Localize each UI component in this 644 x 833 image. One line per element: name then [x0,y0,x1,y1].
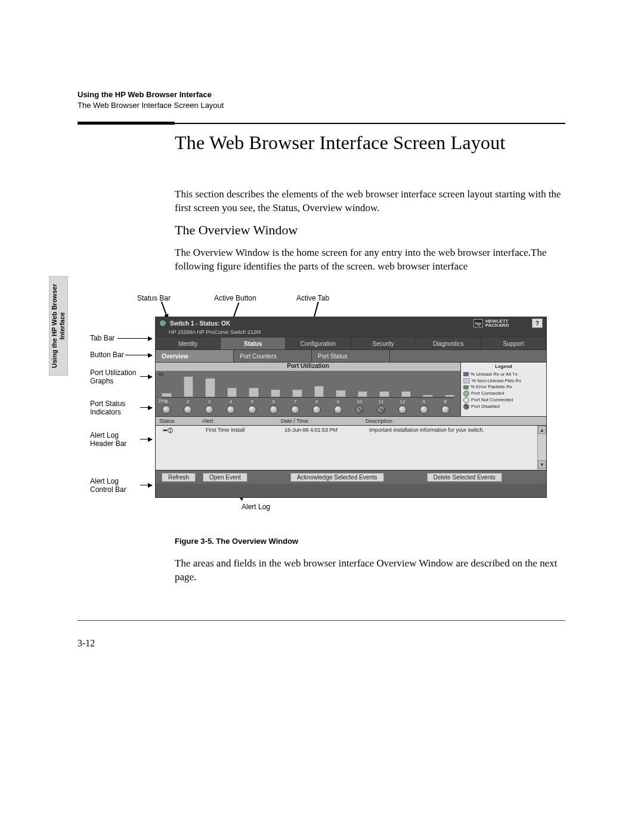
callout-button-bar: Button Bar [90,351,124,359]
port-indicator-A: A [419,399,429,414]
port-indicator-3: 3 [205,399,214,414]
arrow [117,338,152,339]
alert-log-control-bar: Refresh Open Event Acknowledge Selected … [156,470,546,484]
bar-port-9 [336,390,346,397]
alert-log-body: ••• ⓘ First Time Install 16-Jun-98 4:01:… [156,426,546,470]
col-alert: Alert [199,418,277,424]
port-led-icon [291,405,299,414]
port-utilization-graph: Port Utilization 40 25% 123456789101112A… [156,363,461,416]
bars-row [162,373,454,398]
device-subtitle: HP J3298A HP ProCurve Switch 212M [156,329,546,337]
open-event-button[interactable]: Open Event [203,473,247,482]
status-bar: Switch 1 - Status: OK hp HEWLETT PACKARD… [156,317,546,329]
btn-port-counters[interactable]: Port Counters [234,350,312,362]
scrollbar[interactable]: ▲ ▼ [537,426,546,470]
bar-port-6 [271,389,281,397]
port-led-icon [270,405,278,414]
refresh-button[interactable]: Refresh [162,473,196,482]
port-indicator-2: 2 [183,399,193,414]
bar-port-5 [249,388,259,397]
callout-active-button: Active Button [214,294,256,302]
header-line2: The Web Browser Interface Screen Layout [78,100,224,111]
table-row[interactable]: ••• ⓘ First Time Install 16-Jun-98 4:01:… [159,427,543,435]
ack-events-button[interactable]: Acknowledge Selected Events [290,473,384,482]
legend-title: Legend [463,364,544,370]
port-utilization-panel: Port Utilization 40 25% 123456789101112A… [156,363,546,417]
port-led-icon [184,405,192,414]
graph-title: Port Utilization [156,363,460,371]
port-indicator-12: 12 [398,399,407,414]
figure-overview-window: Status Bar Active Button Active Tab Tab … [80,289,566,510]
alert-status-icon: ••• ⓘ [159,427,202,435]
callout-tab-bar: Tab Bar [90,334,114,342]
cell-alert: First Time Install [202,427,281,435]
port-indicator-11: 11 [376,399,386,414]
overview-paragraph: The Overview Window is the home screen f… [175,246,565,274]
help-button[interactable]: ? [532,318,543,328]
rule-thick [78,122,175,125]
port-indicator-B: B [441,399,450,414]
cell-date: 16-Jun-98 4:01:53 PM [281,427,366,435]
btn-overview[interactable]: Overview [156,350,234,362]
port-led-icon [227,405,235,414]
arrow [140,376,152,377]
hp-logo: hp HEWLETT PACKARD [473,318,521,328]
btn-port-status[interactable]: Port Status [312,350,390,362]
callout-status-bar: Status Bar [137,294,171,302]
bar-port-B [445,395,455,397]
intro-paragraph: This section describes the elements of t… [175,188,565,215]
bar-port-A [423,395,433,397]
page-number: 3-12 [78,638,95,649]
rule-thin-bottom [78,620,565,621]
port-indicator-9: 9 [333,399,343,414]
legend-item: % Error Packets Rx [470,384,512,389]
tab-bar: Identity Status Configuration Security D… [156,337,546,350]
legend-item: Port Connected [471,391,504,396]
port-led-icon [248,405,256,414]
port-led-icon [420,405,428,414]
section-title: The Web Browser Interface Screen Layout [175,132,544,154]
bar-port-4 [227,388,237,397]
tab-diagnostics[interactable]: Diagnostics [416,337,481,349]
port-indicator-10: 10 [355,399,364,414]
following-paragraph: The areas and fields in the web browser … [175,557,565,584]
screenshot-overview: Switch 1 - Status: OK hp HEWLETT PACKARD… [155,317,547,498]
arrow [140,407,152,408]
tab-identity[interactable]: Identity [156,337,221,349]
arrow [140,485,152,485]
arrow [140,439,152,439]
button-bar: Overview Port Counters Port Status [156,350,546,363]
bar-port-10 [358,391,368,397]
delete-events-button[interactable]: Delete Selected Events [427,473,502,482]
port-led-icon [355,405,364,414]
cell-desc: Important installation information for y… [366,427,543,435]
port-indicator-8: 8 [312,399,321,414]
bar-port-11 [379,391,389,397]
tab-security[interactable]: Security [351,337,416,349]
legend-item: Port Disabled [471,404,500,409]
status-text: Switch 1 - Status: OK [170,320,230,327]
port-indicator-7: 7 [290,399,300,414]
led-row: 123456789101112AB [162,399,454,414]
scroll-down-icon[interactable]: ▼ [538,460,546,469]
scroll-up-icon[interactable]: ▲ [538,426,546,434]
rule-thin-top [175,123,565,124]
callout-alert-ctrl: Alert Log Control Bar [90,477,126,494]
port-led-icon [312,405,321,414]
running-header: Using the HP Web Browser Interface The W… [78,89,224,110]
port-indicator-6: 6 [269,399,278,414]
legend-item: Port Not Connected [471,397,513,402]
tab-configuration[interactable]: Configuration [286,337,351,349]
alert-log-header: Status Alert Date / Time Description [156,417,546,426]
port-led-icon [334,405,342,414]
col-date: Date / Time [277,418,362,424]
bar-port-7 [292,389,302,397]
tab-status[interactable]: Status [221,337,286,349]
port-led-icon [162,405,171,414]
legend: Legend % Unicast Rx or All Tx % Non-Unic… [461,363,546,416]
callout-port-util: Port Utilization Graphs [90,368,136,385]
bar-port-12 [401,391,411,397]
tab-support[interactable]: Support [481,337,546,349]
bar-port-2 [184,376,194,397]
bar-port-1 [162,393,172,397]
